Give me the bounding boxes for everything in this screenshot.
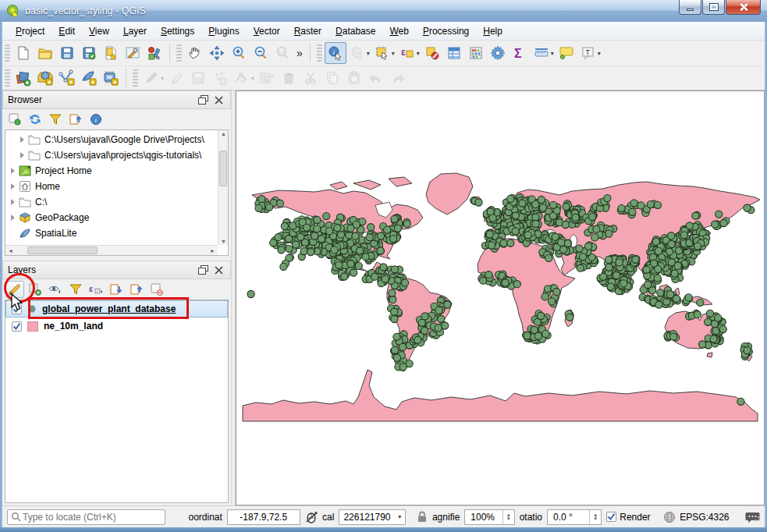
properties-widget-icon[interactable]: i <box>87 111 105 128</box>
processing-toolbox-button[interactable] <box>487 42 509 64</box>
toolbar-handle[interactable] <box>5 44 10 62</box>
browser-horizontal-scrollbar[interactable]: ◄► <box>5 245 218 255</box>
delete-selected-button[interactable] <box>278 67 300 89</box>
titlebar[interactable]: basic_vector_styling - QGIS <box>0 0 767 22</box>
map-canvas[interactable] <box>236 90 765 505</box>
remove-layer-button[interactable] <box>147 281 166 298</box>
select-features-button[interactable] <box>371 42 393 64</box>
deselect-features-button[interactable] <box>421 42 443 64</box>
menu-database[interactable]: Database <box>328 23 382 39</box>
layer-checkbox[interactable] <box>12 321 22 332</box>
current-edits-button[interactable] <box>140 67 162 89</box>
menu-processing[interactable]: Processing <box>416 23 476 39</box>
cut-features-button[interactable] <box>300 67 321 89</box>
open-field-calculator-button[interactable] <box>465 42 487 64</box>
save-layer-edits-button[interactable] <box>187 67 209 89</box>
spinner-arrows[interactable]: ▲▼ <box>589 510 601 524</box>
toolbar-handle[interactable] <box>5 69 10 87</box>
filter-browser-icon[interactable] <box>46 111 65 128</box>
expand-arrow-icon[interactable] <box>11 199 15 205</box>
vertex-tool-button[interactable] <box>231 67 253 89</box>
lock-scale-icon[interactable] <box>417 511 428 523</box>
browser-item[interactable]: C:\Users\ujaval\projects\qgis-tutorials\ <box>5 147 217 163</box>
modify-attributes-button[interactable] <box>256 67 278 89</box>
new-project-button[interactable] <box>12 42 34 64</box>
menu-vector[interactable]: Vector <box>247 23 287 39</box>
browser-item[interactable]: Home <box>5 179 217 194</box>
close-panel-button[interactable] <box>211 264 225 276</box>
minimize-button[interactable] <box>679 0 701 15</box>
undo-button[interactable] <box>365 67 387 89</box>
add-vector-layer-button[interactable] <box>34 67 56 89</box>
coordinate-value[interactable]: -187.9,72.5 <box>227 509 300 525</box>
resize-grip[interactable] <box>754 514 761 521</box>
browser-item[interactable]: Project Home <box>5 163 217 179</box>
manage-map-themes-button[interactable] <box>46 281 65 298</box>
float-panel-button[interactable] <box>196 94 210 106</box>
copy-features-button[interactable] <box>321 67 343 89</box>
browser-tree[interactable]: C:\Users\ujaval\Google Drive\Projects\ C… <box>5 129 229 256</box>
collapse-all-icon[interactable] <box>66 111 85 128</box>
add-feature-button[interactable] <box>209 67 231 89</box>
text-annotation-button[interactable]: T <box>577 42 599 64</box>
locate-input[interactable] <box>21 511 162 523</box>
redo-button[interactable] <box>387 67 409 89</box>
toggle-editing-button[interactable] <box>165 67 187 89</box>
new-print-layout-button[interactable] <box>100 42 122 64</box>
browser-vertical-scrollbar[interactable]: ▲▼ <box>218 130 228 245</box>
run-feature-action-button[interactable] <box>346 42 368 64</box>
statistical-summary-button[interactable]: Σ <box>509 42 531 64</box>
menu-layer[interactable]: Layer <box>116 23 154 39</box>
layers-list[interactable]: global_power_plant_database ne_10m_land <box>5 300 229 503</box>
filter-legend-expression-button[interactable]: ε <box>87 281 105 298</box>
expand-arrow-icon[interactable] <box>11 168 15 174</box>
rotation-spinbox[interactable]: 0.0 °▲▼ <box>547 509 602 525</box>
menu-edit[interactable]: Edit <box>51 23 82 39</box>
zoom-out-button[interactable] <box>250 42 272 64</box>
paste-features-button[interactable] <box>343 67 365 89</box>
extents-toggle-icon[interactable] <box>305 511 318 523</box>
close-button[interactable] <box>726 0 761 15</box>
new-virtual-layer-button[interactable] <box>100 67 122 89</box>
open-layer-styling-panel-button[interactable] <box>5 281 24 298</box>
open-project-button[interactable] <box>34 42 56 64</box>
expand-arrow-icon[interactable] <box>11 215 15 221</box>
open-attribute-table-button[interactable] <box>443 42 465 64</box>
vertex-tool-dropdown[interactable]: ▾ <box>251 75 254 82</box>
zoom-native-button[interactable]: 1:1 <box>272 42 293 64</box>
new-shapefile-layer-button[interactable] <box>56 67 78 89</box>
menu-help[interactable]: Help <box>476 23 510 39</box>
expand-arrow-icon[interactable] <box>20 137 24 143</box>
scale-combobox[interactable]: 226121790▾ <box>339 509 406 525</box>
menu-raster[interactable]: Raster <box>287 23 328 39</box>
toolbar-overflow-button[interactable]: » <box>293 47 306 59</box>
map-tips-button[interactable] <box>556 42 577 64</box>
identify-features-button[interactable]: i <box>325 42 346 64</box>
zoom-full-button[interactable] <box>206 42 228 64</box>
expand-arrow-icon[interactable] <box>11 183 15 190</box>
menu-view[interactable]: View <box>82 23 116 39</box>
open-data-source-manager-button[interactable] <box>12 67 34 89</box>
pan-map-button[interactable] <box>184 42 206 64</box>
layer-checkbox[interactable] <box>12 304 22 314</box>
render-checkbox[interactable]: Render <box>606 512 650 523</box>
toolbar-handle[interactable] <box>133 69 138 87</box>
magnifier-spinbox[interactable]: 100%▲▼ <box>464 509 514 525</box>
current-edits-dropdown[interactable]: ▾ <box>161 75 164 82</box>
menu-settings[interactable]: Settings <box>154 23 201 39</box>
add-group-button[interactable] <box>26 281 44 298</box>
browser-item[interactable]: C:\Users\ujaval\Google Drive\Projects\ <box>5 132 217 147</box>
add-selected-layers-button[interactable] <box>5 111 24 128</box>
layer-row-ne_10m_land[interactable]: ne_10m_land <box>5 317 228 335</box>
new-geopackage-layer-button[interactable] <box>78 67 100 89</box>
browser-item[interactable]: SpatiaLite <box>5 225 217 241</box>
zoom-in-button[interactable] <box>228 42 250 64</box>
toolbar-handle[interactable] <box>176 44 182 62</box>
select-by-expression-button[interactable]: ε <box>396 42 418 64</box>
browser-item[interactable]: GeoPackage <box>5 210 217 225</box>
expand-arrow-icon[interactable] <box>20 152 24 158</box>
expand-all-button[interactable] <box>107 281 126 298</box>
toolbar-handle[interactable] <box>317 44 322 62</box>
collapse-all-button[interactable] <box>127 281 146 298</box>
float-panel-button[interactable] <box>196 264 210 276</box>
